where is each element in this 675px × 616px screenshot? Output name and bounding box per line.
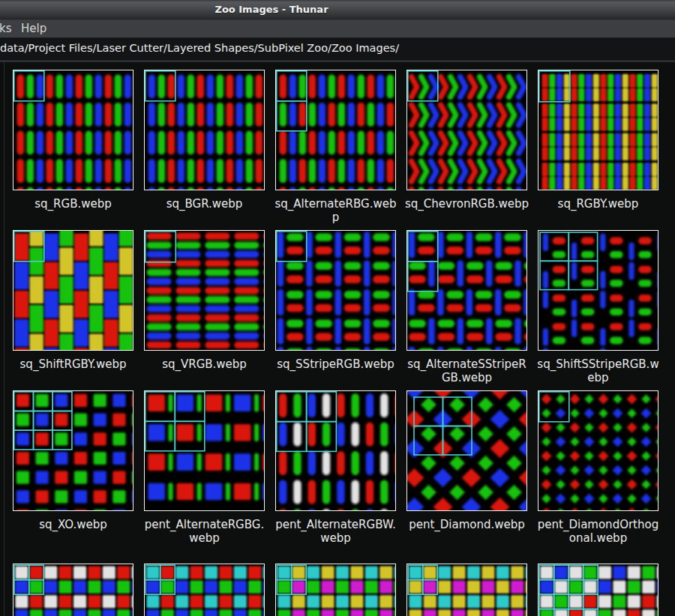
thumbnail-pattern bbox=[276, 564, 395, 616]
file-thumbnail bbox=[406, 70, 527, 190]
file-thumbnail bbox=[275, 230, 396, 351]
file-label-line: sq_RGB.webp bbox=[8, 197, 139, 211]
file-thumbnail bbox=[144, 230, 265, 351]
thumbnail-pattern bbox=[538, 231, 658, 350]
file-label-line: sq_VRGB.webp bbox=[139, 357, 270, 371]
thumbnail-pattern bbox=[276, 70, 395, 190]
file-label-line: sq_SStripeRGB.webp bbox=[270, 357, 401, 371]
file-thumbnail bbox=[538, 230, 658, 351]
file-thumbnail bbox=[538, 390, 658, 511]
file-label-line: pent_Diamond.webp bbox=[401, 518, 532, 531]
thumbnail-pattern bbox=[538, 391, 658, 510]
thumbnail-pattern bbox=[14, 564, 133, 616]
file-label: sq_RGB.webp bbox=[8, 197, 139, 211]
thumbnail-pattern bbox=[145, 391, 264, 510]
file-label-line: ebp bbox=[532, 371, 664, 384]
menu-item-bookmarks-fragment[interactable]: ks bbox=[0, 19, 12, 37]
file-thumbnail bbox=[538, 564, 658, 616]
file-thumbnail bbox=[144, 564, 265, 616]
file-label-line: sq_RGBY.webp bbox=[532, 197, 664, 211]
thumbnail-pattern bbox=[145, 70, 264, 190]
file-label: pent_DiamondOrthogonal.webp bbox=[532, 518, 664, 545]
file-thumbnail bbox=[13, 564, 134, 616]
file-label: sq_VRGB.webp bbox=[139, 357, 270, 371]
path-text: data/Project Files/Laser Cutter/Layered … bbox=[0, 38, 399, 59]
file-label-line: sq_XO.webp bbox=[8, 518, 139, 531]
thumbnail-pattern bbox=[14, 391, 133, 510]
file-thumbnail bbox=[275, 70, 396, 190]
file-thumbnail bbox=[406, 564, 527, 616]
thumbnail-pattern bbox=[14, 70, 133, 190]
file-label-line: sq_ShiftRGBY.webp bbox=[8, 357, 139, 371]
file-label: sq_ShiftRGBY.webp bbox=[8, 357, 139, 371]
file-thumbnail bbox=[406, 230, 527, 351]
file-label: sq_SStripeRGB.webp bbox=[270, 357, 401, 371]
thumbnail-pattern bbox=[276, 391, 395, 510]
file-label-line: p bbox=[270, 211, 401, 224]
file-thumbnail bbox=[538, 70, 658, 190]
file-label-line: pent_DiamondOrthog bbox=[532, 518, 664, 531]
file-label-line: sq_ShiftSStripeRGB.w bbox=[532, 357, 664, 371]
file-label: sq_ShiftSStripeRGB.webp bbox=[532, 357, 664, 384]
file-thumbnail bbox=[13, 390, 134, 511]
thumbnail-pattern bbox=[407, 231, 526, 350]
file-thumbnail bbox=[144, 70, 265, 190]
file-label-line: webp bbox=[139, 531, 270, 545]
window-title: Zoo Images - Thunar bbox=[214, 0, 328, 19]
file-label: pent_AlternateRGBG.webp bbox=[139, 518, 270, 545]
file-thumbnail bbox=[13, 70, 134, 190]
file-label: pent_Diamond.webp bbox=[401, 518, 532, 531]
file-label-line: sq_BGR.webp bbox=[139, 197, 270, 211]
file-label: pent_AlternateRGBW.webp bbox=[270, 518, 401, 545]
pane-separator-line bbox=[4, 62, 4, 616]
thumbnail-pattern bbox=[407, 564, 526, 616]
file-thumbnail bbox=[275, 564, 396, 616]
file-label-line: sq_ChevronRGB.webp bbox=[401, 197, 532, 211]
file-label-line: GB.webp bbox=[401, 371, 532, 384]
file-thumbnail bbox=[13, 230, 134, 351]
file-label: sq_XO.webp bbox=[8, 518, 139, 531]
thumbnail-pattern bbox=[407, 70, 526, 190]
thumbnail-pattern bbox=[538, 564, 658, 616]
thumbnail-pattern bbox=[14, 231, 133, 350]
menubar: ks Help bbox=[0, 19, 675, 38]
thumbnail-pattern bbox=[407, 391, 526, 510]
file-label-line: webp bbox=[270, 531, 401, 545]
file-label-line: pent_AlternateRGBG. bbox=[139, 518, 270, 531]
icon-view[interactable]: sq_RGB.webpsq_BGR.webpsq_AlternateRBG.we… bbox=[0, 62, 675, 616]
file-thumbnail bbox=[275, 390, 396, 511]
file-label-line: sq_AlternateSStripeR bbox=[401, 357, 532, 371]
window-titlebar[interactable]: Zoo Images - Thunar bbox=[0, 0, 675, 19]
thumbnail-pattern bbox=[145, 564, 264, 616]
file-label-line: onal.webp bbox=[532, 531, 664, 545]
file-label-line: pent_AlternateRGBW. bbox=[270, 518, 401, 531]
file-label: sq_BGR.webp bbox=[139, 197, 270, 211]
menu-item-help[interactable]: Help bbox=[21, 19, 46, 37]
file-label: sq_AlternateRBG.webp bbox=[270, 197, 401, 224]
file-label-line: sq_AlternateRBG.web bbox=[270, 197, 401, 211]
thumbnail-pattern bbox=[276, 231, 395, 350]
thumbnail-pattern bbox=[538, 70, 658, 190]
file-thumbnail bbox=[406, 390, 527, 511]
thunar-window: Zoo Images - Thunar ks Help data/Project… bbox=[0, 0, 675, 616]
file-thumbnail bbox=[144, 390, 265, 511]
file-label: sq_RGBY.webp bbox=[532, 197, 664, 211]
thumbnail-pattern bbox=[145, 231, 264, 350]
path-entry[interactable]: data/Project Files/Laser Cutter/Layered … bbox=[0, 38, 675, 59]
file-label: sq_AlternateSStripeRGB.webp bbox=[401, 357, 532, 384]
file-label: sq_ChevronRGB.webp bbox=[401, 197, 532, 211]
